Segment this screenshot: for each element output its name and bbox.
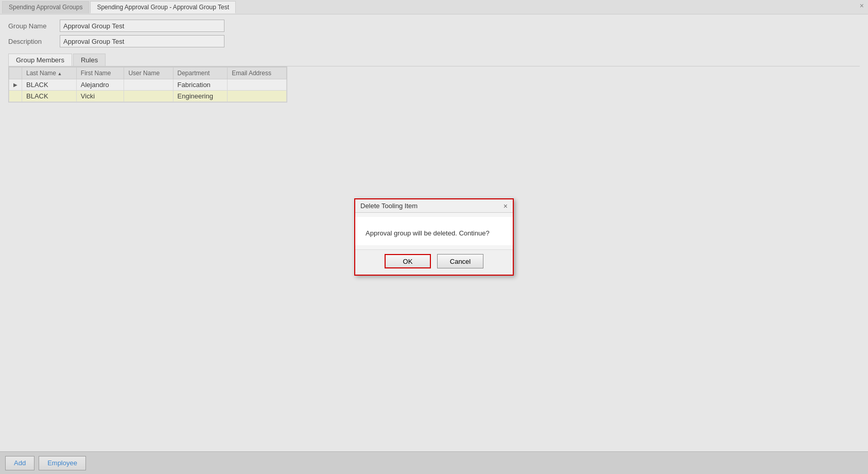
dialog-body: Approval group will be deleted. Continue… <box>355 217 513 245</box>
dialog-overlay: Delete Tooling Item × Approval group wil… <box>0 0 868 474</box>
dialog-footer: OK Cancel <box>355 249 513 275</box>
dialog-close-button[interactable]: × <box>504 202 508 210</box>
dialog-title-bar: Delete Tooling Item × <box>355 199 513 213</box>
dialog-ok-button[interactable]: OK <box>385 254 431 268</box>
delete-dialog: Delete Tooling Item × Approval group wil… <box>354 198 514 276</box>
dialog-title: Delete Tooling Item <box>360 202 418 210</box>
dialog-cancel-button[interactable]: Cancel <box>437 254 483 268</box>
dialog-message: Approval group will be deleted. Continue… <box>366 229 490 237</box>
